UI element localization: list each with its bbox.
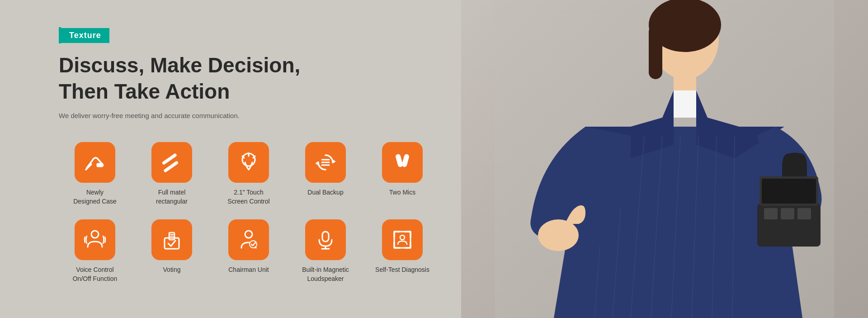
chairman-unit-label: Chairman Unit [228,266,269,275]
feature-voting: Voting [136,219,208,283]
main-heading: Discuss, Make Decision,Then Take Action [59,52,452,104]
person-area [461,0,868,318]
person-illustration [461,0,868,318]
two-mics-icon-box [382,142,423,183]
feature-dual-backup: Dual Backup [289,142,362,206]
svg-rect-48 [322,232,329,242]
touch-screen-icon-box [228,142,269,183]
rectangle-icon [160,151,184,174]
feature-touch-screen: 2.1" TouchScreen Control [212,142,285,206]
dual-backup-icon-box [305,142,346,183]
feature-self-test: Self-Test Diagnosis [366,219,439,283]
newly-designed-case-icon-box [75,142,115,183]
feature-newly-designed-case: NewlyDesigned Case [59,142,131,206]
svg-marker-32 [333,160,335,163]
feature-two-mics: Two Mics [366,142,439,206]
svg-point-39 [91,231,99,238]
svg-rect-37 [396,154,403,167]
diagnosis-icon [391,228,414,252]
svg-rect-23 [797,208,811,219]
dual-backup-label: Dual Backup [307,188,343,197]
sub-heading: We deliver worry-free meeting and accura… [59,112,452,119]
svg-rect-38 [402,154,410,167]
voting-icon [160,228,184,252]
feature-voice-control: Voice ControlOn/Off Function [59,219,131,283]
svg-point-52 [400,235,405,240]
svg-rect-21 [764,208,778,219]
voice-icon [83,228,107,252]
features-grid: NewlyDesigned Case Full matelrectangular [59,142,452,283]
svg-point-17 [538,219,579,251]
mics-icon [391,151,414,174]
chairman-unit-icon-box [228,219,269,260]
content-area: Texture Discuss, Make Decision,Then Take… [59,27,452,283]
speaker-icon [314,228,337,252]
voice-control-label: Voice ControlOn/Off Function [73,266,118,283]
full-matel-icon-box [151,142,192,183]
svg-rect-20 [762,179,816,204]
self-test-label: Self-Test Diagnosis [375,266,429,275]
texture-badge: Texture [59,27,452,43]
case-icon [83,151,107,174]
feature-full-matel-rectangular: Full matelrectangular [136,142,208,206]
loudspeaker-icon-box [305,219,346,260]
svg-point-45 [245,231,252,238]
svg-rect-22 [781,208,794,219]
two-mics-label: Two Mics [389,188,415,197]
feature-loudspeaker: Built-in MagneticLoudspeaker [289,219,362,283]
voting-label: Voting [163,266,181,275]
feature-chairman-unit: Chairman Unit [212,219,285,283]
svg-rect-24 [97,163,103,167]
texture-label: Texture [61,28,109,43]
chairman-icon [237,228,260,252]
full-matel-label: Full matelrectangular [156,188,188,206]
touch-screen-label: 2.1" TouchScreen Control [227,188,269,206]
self-test-icon-box [382,219,423,260]
loudspeaker-label: Built-in MagneticLoudspeaker [302,266,349,283]
svg-marker-33 [316,161,318,165]
svg-rect-3 [649,25,662,79]
backup-icon [314,151,337,174]
touch-icon [237,151,260,174]
voice-control-icon-box [75,219,115,260]
voting-icon-box [151,219,192,260]
newly-designed-case-label: NewlyDesigned Case [73,188,117,206]
